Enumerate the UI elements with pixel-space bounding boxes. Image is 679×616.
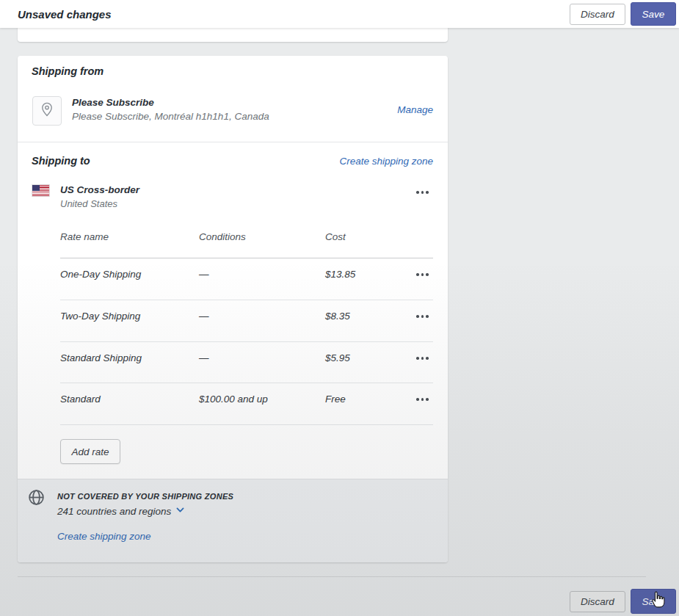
ellipsis-icon bbox=[416, 191, 419, 194]
table-header-divider bbox=[60, 258, 433, 258]
bottom-actions: Discard Save bbox=[570, 589, 676, 614]
column-header-cost: Cost bbox=[325, 231, 346, 242]
manage-link[interactable]: Manage bbox=[397, 104, 433, 115]
cost-cell: Free bbox=[325, 394, 346, 405]
create-shipping-zone-link-top[interactable]: Create shipping zone bbox=[339, 156, 433, 167]
us-flag-icon bbox=[32, 185, 49, 196]
rate-name-cell: Two-Day Shipping bbox=[60, 311, 140, 322]
shipping-settings-page: Unsaved changes Discard Save Shipping fr… bbox=[0, 0, 679, 616]
origin-name: Please Subscribe bbox=[72, 97, 154, 108]
cost-cell: $8.35 bbox=[325, 311, 350, 322]
conditions-cell: — bbox=[199, 352, 209, 363]
ellipsis-icon bbox=[416, 315, 419, 318]
discard-button-bottom[interactable]: Discard bbox=[570, 591, 625, 612]
table-row-divider bbox=[60, 424, 433, 425]
globe-icon bbox=[27, 488, 46, 510]
conditions-cell: — bbox=[199, 311, 209, 322]
ellipsis-icon bbox=[416, 357, 419, 360]
shipping-to-heading: Shipping to bbox=[32, 155, 90, 167]
rate-more-options-button[interactable] bbox=[413, 270, 432, 279]
discard-button[interactable]: Discard bbox=[570, 4, 625, 25]
table-row-divider bbox=[60, 341, 433, 342]
table-row-divider bbox=[60, 300, 433, 300]
rate-more-options-button[interactable] bbox=[413, 395, 432, 404]
rate-name-cell: Standard bbox=[60, 394, 101, 405]
location-icon-box bbox=[32, 96, 62, 126]
shipping-card: Shipping from Please Subscribe Please Su… bbox=[18, 56, 448, 562]
save-button[interactable]: Save bbox=[631, 2, 676, 26]
rate-more-options-button[interactable] bbox=[413, 312, 432, 321]
add-rate-button[interactable]: Add rate bbox=[60, 439, 120, 464]
rate-name-cell: One-Day Shipping bbox=[60, 269, 141, 280]
rate-more-options-button[interactable] bbox=[413, 354, 432, 363]
create-shipping-zone-link-bottom[interactable]: Create shipping zone bbox=[57, 531, 151, 542]
zone-more-options-button[interactable] bbox=[413, 188, 432, 197]
rate-name-cell: Standard Shipping bbox=[60, 352, 142, 363]
flag-canton bbox=[32, 185, 40, 191]
conditions-cell: $100.00 and up bbox=[199, 394, 268, 405]
chevron-down-icon bbox=[175, 505, 185, 517]
countries-count-label: 241 countries and regions bbox=[57, 506, 171, 517]
cost-cell: $13.85 bbox=[325, 269, 355, 280]
zone-region: United States bbox=[60, 198, 117, 209]
column-header-rate-name: Rate name bbox=[60, 231, 109, 242]
zone-name: US Cross-border bbox=[60, 184, 139, 195]
shipping-from-heading: Shipping from bbox=[32, 65, 104, 77]
not-covered-section: NOT COVERED BY YOUR SHIPPING ZONES 241 c… bbox=[18, 479, 448, 562]
not-covered-title: NOT COVERED BY YOUR SHIPPING ZONES bbox=[57, 492, 233, 501]
page-divider bbox=[18, 576, 646, 577]
conditions-cell: — bbox=[199, 269, 209, 280]
countries-toggle[interactable]: 241 countries and regions bbox=[57, 505, 185, 517]
origin-address: Please Subscribe, Montréal h1h1h1, Canad… bbox=[72, 111, 269, 122]
section-divider bbox=[18, 142, 448, 142]
column-header-conditions: Conditions bbox=[199, 231, 246, 242]
topbar-actions: Discard Save bbox=[570, 2, 676, 26]
ellipsis-icon bbox=[416, 398, 419, 401]
cost-cell: $5.95 bbox=[325, 352, 350, 363]
table-row-divider bbox=[60, 383, 433, 383]
unsaved-changes-title: Unsaved changes bbox=[18, 8, 112, 21]
save-button-bottom[interactable]: Save bbox=[631, 589, 676, 614]
map-pin-icon bbox=[39, 101, 55, 120]
unsaved-changes-bar: Unsaved changes Discard Save bbox=[0, 0, 679, 28]
ellipsis-icon bbox=[416, 273, 419, 276]
